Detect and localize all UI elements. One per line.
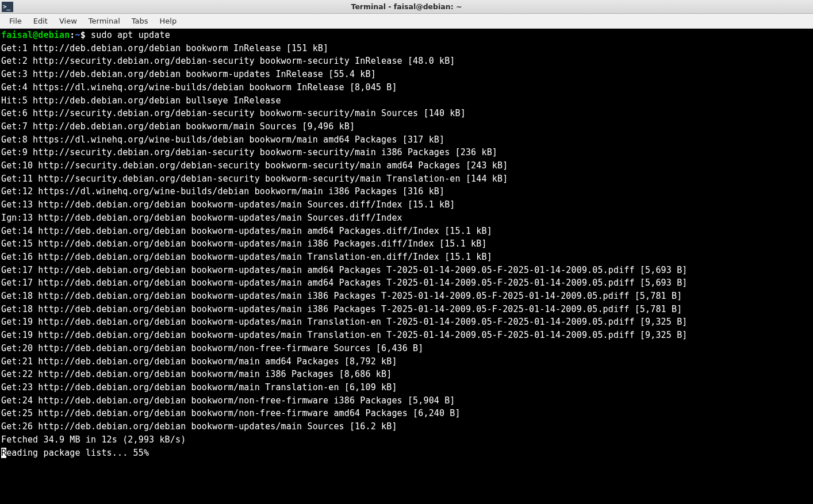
output-line: Get:14 http://deb.debian.org/debian book…	[1, 226, 492, 236]
window-title: Terminal - faisal@debian: ~	[351, 2, 462, 11]
output-line: Get:6 http://security.debian.org/debian-…	[1, 108, 466, 118]
output-line: Get:9 http://security.debian.org/debian-…	[1, 147, 497, 157]
output-line: Get:17 http://deb.debian.org/debian book…	[1, 265, 688, 275]
terminal-viewport[interactable]: faisal@debian:~$ sudo apt update Get:1 h…	[0, 29, 813, 504]
output-line: Get:22 http://deb.debian.org/debian book…	[1, 369, 392, 379]
output-line: Get:17 http://deb.debian.org/debian book…	[1, 278, 688, 288]
output-line: Get:1 http://deb.debian.org/debian bookw…	[1, 43, 328, 53]
output-line: Get:15 http://deb.debian.org/debian book…	[1, 238, 487, 249]
menu-edit[interactable]: Edit	[28, 15, 53, 27]
prompt-symbol: $	[80, 30, 86, 40]
output-line: Get:21 http://deb.debian.org/debian book…	[1, 356, 397, 367]
prompt-user-host: faisal@debian	[1, 30, 70, 40]
window-titlebar[interactable]: >_ Terminal - faisal@debian: ~	[0, 0, 813, 14]
output-line: Get:25 http://deb.debian.org/debian book…	[1, 408, 461, 418]
output-line: Get:2 http://security.debian.org/debian-…	[1, 56, 455, 66]
output-line: Get:3 http://deb.debian.org/debian bookw…	[1, 69, 376, 79]
output-line: Get:11 http://security.debian.org/debian…	[1, 174, 508, 184]
command-text: sudo apt update	[91, 30, 170, 40]
menu-view[interactable]: View	[53, 15, 83, 27]
menu-tabs[interactable]: Tabs	[126, 15, 154, 27]
terminal-app-icon: >_	[2, 2, 13, 12]
output-line: Get:4 https://dl.winehq.org/wine-builds/…	[1, 82, 397, 93]
prompt-path: ~	[75, 30, 80, 40]
output-line: Get:24 http://deb.debian.org/debian book…	[1, 395, 455, 406]
output-line: Get:18 http://deb.debian.org/debian book…	[1, 304, 682, 314]
output-line: Get:7 http://deb.debian.org/debian bookw…	[1, 121, 355, 132]
output-line: Get:19 http://deb.debian.org/debian book…	[1, 330, 688, 340]
status-line: eading package lists... 55%	[6, 448, 149, 458]
output-line: Get:13 http://deb.debian.org/debian book…	[1, 199, 455, 210]
output-line: Get:26 http://deb.debian.org/debian book…	[1, 421, 397, 432]
menu-file[interactable]: File	[3, 15, 28, 27]
output-line: Fetched 34.9 MB in 12s (2,993 kB/s)	[1, 434, 186, 445]
output-line: Hit:5 http://deb.debian.org/debian bulls…	[1, 95, 281, 106]
output-line: Get:20 http://deb.debian.org/debian book…	[1, 343, 423, 353]
menu-help[interactable]: Help	[154, 15, 183, 27]
output-line: Get:8 https://dl.winehq.org/wine-builds/…	[1, 134, 444, 145]
cursor: R	[1, 448, 6, 458]
output-line: Get:23 http://deb.debian.org/debian book…	[1, 382, 397, 393]
output-line: Get:10 http://security.debian.org/debian…	[1, 160, 508, 171]
prompt-separator: :	[70, 30, 75, 40]
output-line: Get:16 http://deb.debian.org/debian book…	[1, 252, 492, 262]
output-line: Get:18 http://deb.debian.org/debian book…	[1, 291, 682, 301]
menubar: File Edit View Terminal Tabs Help	[0, 14, 813, 29]
output-line: Get:19 http://deb.debian.org/debian book…	[1, 317, 688, 327]
terminal-window: >_ Terminal - faisal@debian: ~ File Edit…	[0, 0, 813, 504]
menu-terminal[interactable]: Terminal	[83, 15, 126, 27]
output-line: Get:12 https://dl.winehq.org/wine-builds…	[1, 186, 444, 197]
output-line: Ign:13 http://deb.debian.org/debian book…	[1, 213, 402, 223]
